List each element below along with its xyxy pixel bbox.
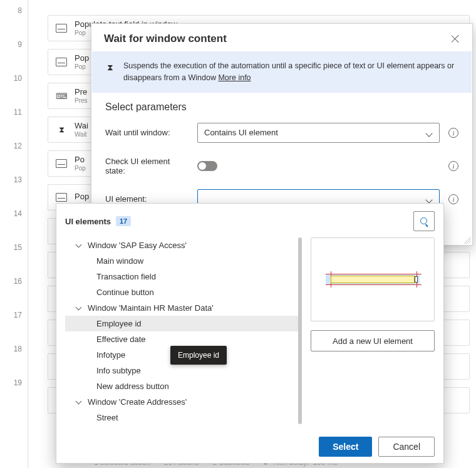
action-icon xyxy=(56,193,67,202)
tree-group-label: Window 'Maintain HR Master Data' xyxy=(88,303,214,313)
action-icon: ⧗ xyxy=(56,125,67,135)
line-number-gutter: 8910111213141516171819 xyxy=(0,0,28,468)
tree-item[interactable]: New address button xyxy=(65,378,302,394)
tree-group[interactable]: Window 'Maintain HR Master Data' xyxy=(65,300,302,316)
check-state-label: Check UI element state: xyxy=(105,157,190,175)
info-icon[interactable] xyxy=(448,194,458,204)
resize-grip[interactable] xyxy=(463,236,471,244)
search-icon xyxy=(420,217,428,226)
ui-element-label: UI element: xyxy=(105,194,190,204)
tree-item[interactable]: Street xyxy=(65,410,302,424)
tree-item[interactable]: Infotype xyxy=(65,347,302,363)
info-icon[interactable] xyxy=(448,161,458,171)
action-icon: ⌨ xyxy=(56,91,67,101)
wait-until-value: Contains UI element xyxy=(204,128,278,137)
info-text: Suspends the execution of the automation… xyxy=(123,61,454,82)
tree-group-label: Window 'Create Addresses' xyxy=(88,397,187,407)
tree-group-label: Window 'SAP Easy Access' xyxy=(88,241,187,250)
ui-element-count-badge: 17 xyxy=(116,216,131,226)
chevron-down-icon xyxy=(76,242,83,249)
more-info-link[interactable]: More info xyxy=(218,73,251,82)
action-icon xyxy=(56,24,67,33)
search-button[interactable] xyxy=(413,211,435,231)
tree-item[interactable]: Transaction field xyxy=(65,269,302,284)
chevron-down-icon xyxy=(427,196,433,202)
ui-element-picker: UI elements 17 Window 'SAP Easy Access'M… xyxy=(56,203,444,464)
tree-group[interactable]: Window 'Create Addresses' xyxy=(65,394,302,410)
wait-until-select[interactable]: Contains UI element xyxy=(197,123,440,143)
add-ui-element-button[interactable]: Add a new UI element xyxy=(311,330,435,351)
dialog-title: Wait for window content xyxy=(104,33,227,45)
tree-item[interactable]: Info subtype xyxy=(65,363,302,378)
close-icon[interactable] xyxy=(451,34,460,43)
tree-item[interactable]: Employee id xyxy=(65,316,302,331)
chevron-down-icon xyxy=(76,399,83,405)
wait-until-label: Wait until window: xyxy=(105,128,190,137)
select-button[interactable]: Select xyxy=(319,437,372,457)
check-state-toggle[interactable] xyxy=(197,161,217,171)
chevron-down-icon xyxy=(76,305,83,311)
select-parameters-heading: Select parameters xyxy=(105,101,458,113)
action-icon xyxy=(56,159,67,168)
ui-element-tree[interactable]: Window 'SAP Easy Access'Main windowTrans… xyxy=(65,237,302,424)
tree-item[interactable]: Main window xyxy=(65,253,302,269)
scrollbar[interactable] xyxy=(298,237,302,424)
action-icon xyxy=(56,58,67,66)
info-banner: ⧗ Suspends the execution of the automati… xyxy=(92,51,472,93)
chevron-down-icon xyxy=(427,130,433,136)
hourglass-icon: ⧗ xyxy=(106,61,115,84)
tree-group[interactable]: Window 'SAP Easy Access' xyxy=(65,237,302,253)
tree-item[interactable]: Continue button xyxy=(65,284,302,300)
cancel-button[interactable]: Cancel xyxy=(378,437,435,457)
ui-element-preview xyxy=(311,237,435,321)
tree-item[interactable]: Effective date xyxy=(65,331,302,347)
picker-title: UI elements xyxy=(65,217,111,226)
info-icon[interactable] xyxy=(448,128,458,138)
